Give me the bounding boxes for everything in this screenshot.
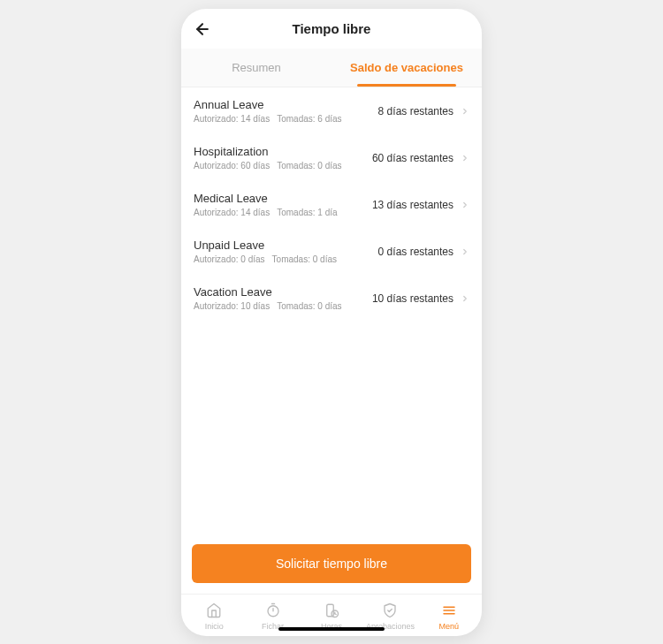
svg-line-7	[335, 614, 337, 615]
leave-authorized: Autorizado: 14 días	[194, 208, 270, 217]
shield-check-icon	[381, 602, 399, 619]
leave-row-info: Annual Leave Autorizado: 14 díasTomadas:…	[194, 98, 349, 124]
leave-row-right: 0 días restantes	[378, 246, 469, 258]
leave-taken: Tomadas: 0 días	[272, 254, 337, 264]
leave-remaining: 0 días restantes	[378, 246, 453, 258]
chevron-right-icon	[461, 292, 469, 305]
leave-remaining: 8 días restantes	[378, 105, 453, 117]
chevron-right-icon	[461, 246, 469, 258]
leave-subtext: Autorizado: 14 díasTomadas: 6 días	[194, 114, 349, 124]
leave-name: Medical Leave	[194, 192, 345, 205]
leave-subtext: Autorizado: 0 díasTomadas: 0 días	[194, 254, 344, 264]
svg-rect-4	[327, 604, 334, 617]
leave-taken: Tomadas: 1 día	[277, 208, 337, 217]
leave-row-right: 10 días restantes	[372, 292, 469, 305]
page-title: Tiempo libre	[192, 21, 471, 36]
leave-row[interactable]: Unpaid Leave Autorizado: 0 díasTomadas: …	[181, 228, 482, 275]
leave-subtext: Autorizado: 10 díasTomadas: 0 días	[194, 301, 349, 311]
nav-label: Inicio	[205, 622, 224, 631]
chevron-right-icon	[461, 199, 469, 211]
leave-name: Hospitalization	[194, 145, 349, 158]
leave-row[interactable]: Annual Leave Autorizado: 14 díasTomadas:…	[181, 87, 482, 134]
leave-row[interactable]: Medical Leave Autorizado: 14 díasTomadas…	[181, 181, 482, 228]
home-icon	[205, 602, 223, 619]
nav-label: Menú	[439, 622, 460, 631]
leave-row-right: 13 días restantes	[372, 199, 469, 211]
stopwatch-icon	[264, 602, 282, 619]
leave-row-right: 8 días restantes	[378, 105, 469, 117]
leave-row[interactable]: Vacation Leave Autorizado: 10 díasTomada…	[181, 275, 482, 322]
menu-icon	[440, 602, 458, 619]
leave-remaining: 10 días restantes	[372, 292, 453, 305]
chevron-right-icon	[461, 152, 469, 164]
hours-icon	[323, 602, 340, 619]
leave-row-info: Unpaid Leave Autorizado: 0 díasTomadas: …	[194, 239, 344, 264]
leave-row-info: Hospitalization Autorizado: 60 díasTomad…	[194, 145, 349, 170]
leave-subtext: Autorizado: 60 díasTomadas: 0 días	[194, 161, 349, 170]
tab-summary[interactable]: Resumen	[181, 49, 332, 87]
request-time-off-button[interactable]: Solicitar tiempo libre	[192, 544, 471, 583]
header: Tiempo libre	[181, 9, 482, 49]
app-screen: Tiempo libre Resumen Saldo de vacaciones…	[181, 9, 482, 636]
leave-row[interactable]: Hospitalization Autorizado: 60 díasTomad…	[181, 134, 482, 181]
home-indicator	[278, 627, 385, 631]
leave-authorized: Autorizado: 10 días	[194, 301, 270, 311]
leave-remaining: 13 días restantes	[372, 199, 453, 211]
back-button[interactable]	[192, 19, 213, 40]
leave-subtext: Autorizado: 14 díasTomadas: 1 día	[194, 208, 345, 217]
back-arrow-icon	[194, 20, 211, 38]
leave-taken: Tomadas: 0 días	[277, 161, 341, 170]
chevron-right-icon	[461, 105, 469, 117]
leave-authorized: Autorizado: 0 días	[194, 254, 265, 264]
tab-balance[interactable]: Saldo de vacaciones	[332, 49, 482, 87]
leave-row-right: 60 días restantes	[372, 152, 469, 164]
leave-remaining: 60 días restantes	[372, 152, 453, 164]
tabs: Resumen Saldo de vacaciones	[181, 49, 482, 87]
leave-row-info: Medical Leave Autorizado: 14 díasTomadas…	[194, 192, 345, 217]
leave-name: Unpaid Leave	[194, 239, 344, 252]
nav-menu[interactable]: Menú	[420, 602, 478, 631]
leave-name: Annual Leave	[194, 98, 349, 111]
leave-authorized: Autorizado: 14 días	[194, 114, 270, 124]
leave-list: Annual Leave Autorizado: 14 díasTomadas:…	[181, 87, 482, 534]
leave-taken: Tomadas: 6 días	[277, 114, 341, 124]
nav-home[interactable]: Inicio	[185, 602, 243, 631]
leave-name: Vacation Leave	[194, 285, 349, 299]
leave-row-info: Vacation Leave Autorizado: 10 díasTomada…	[194, 285, 349, 311]
leave-authorized: Autorizado: 60 días	[194, 161, 270, 170]
leave-taken: Tomadas: 0 días	[277, 301, 341, 311]
